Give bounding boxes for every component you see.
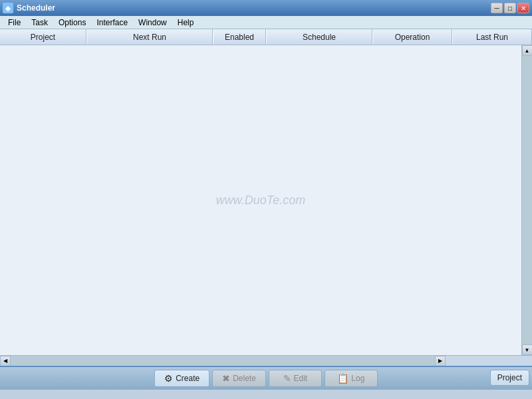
delete-label: Delete — [233, 374, 256, 383]
project-tab[interactable]: Project — [490, 370, 529, 386]
scroll-up-arrow[interactable]: ▲ — [522, 45, 533, 56]
close-button[interactable]: ✕ — [517, 3, 529, 13]
col-lastrun[interactable]: Last Run — [452, 29, 532, 45]
col-schedule[interactable]: Schedule — [266, 29, 372, 45]
menu-file[interactable]: File — [3, 17, 26, 28]
title-left: ◆ Scheduler — [3, 3, 55, 13]
maximize-button[interactable]: □ — [504, 3, 516, 13]
menu-help[interactable]: Help — [172, 17, 200, 28]
bottom-toolbar: ⚙ Create ✖ Delete ✎ Edit 📋 Log Project — [0, 366, 532, 390]
scroll-left-arrow[interactable]: ◀ — [0, 356, 11, 366]
menu-task[interactable]: Task — [26, 17, 53, 28]
menu-interface[interactable]: Interface — [91, 17, 133, 28]
scroll-track[interactable] — [522, 56, 532, 344]
edit-label: Edit — [294, 374, 308, 383]
delete-button[interactable]: ✖ Delete — [212, 370, 266, 387]
menu-bar: File Task Options Interface Window Help — [0, 16, 532, 29]
title-bar: ◆ Scheduler ─ □ ✕ — [0, 0, 532, 16]
create-label: Create — [176, 374, 200, 383]
log-icon: 📋 — [337, 373, 348, 384]
watermark: www.DuoTe.com — [216, 194, 305, 207]
column-headers: Project Next Run Enabled Schedule Operat… — [0, 29, 532, 45]
create-icon: ⚙ — [164, 373, 173, 384]
edit-button[interactable]: ✎ Edit — [269, 370, 322, 387]
create-button[interactable]: ⚙ Create — [154, 370, 209, 387]
content-area: www.DuoTe.com — [0, 45, 521, 355]
log-label: Log — [351, 374, 364, 383]
menu-options[interactable]: Options — [53, 17, 91, 28]
horizontal-scrollbar: ◀ ▶ — [0, 355, 532, 366]
main-area: www.DuoTe.com ▲ ▼ — [0, 45, 532, 355]
log-button[interactable]: 📋 Log — [325, 370, 378, 387]
scroll-down-arrow[interactable]: ▼ — [522, 344, 533, 355]
corner-area — [446, 356, 532, 366]
app-icon: ◆ — [3, 3, 13, 13]
delete-icon: ✖ — [222, 373, 230, 384]
col-operation[interactable]: Operation — [372, 29, 452, 45]
menu-window[interactable]: Window — [133, 17, 172, 28]
app-title: Scheduler — [17, 3, 55, 13]
vertical-scrollbar[interactable]: ▲ ▼ — [521, 45, 532, 355]
col-project[interactable]: Project — [0, 29, 86, 45]
minimize-button[interactable]: ─ — [491, 3, 503, 13]
col-nextrun[interactable]: Next Run — [86, 29, 213, 45]
edit-icon: ✎ — [283, 373, 291, 384]
hscroll-track[interactable] — [11, 356, 435, 366]
scroll-right-arrow[interactable]: ▶ — [435, 356, 446, 366]
window-controls: ─ □ ✕ — [491, 3, 529, 13]
col-enabled[interactable]: Enabled — [213, 29, 266, 45]
